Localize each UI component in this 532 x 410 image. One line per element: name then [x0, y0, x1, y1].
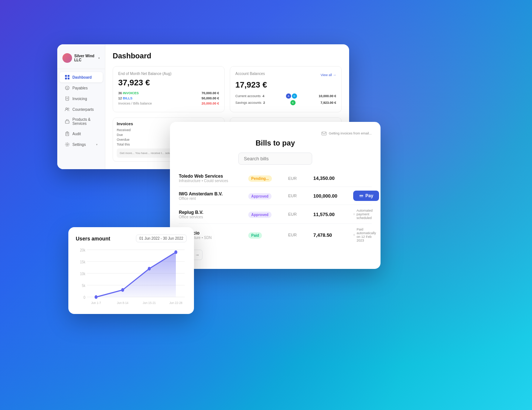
sidebar-item-dashboard[interactable]: Dashboard: [59, 72, 103, 82]
chart-header: Users amount 01 Jun 2022 - 30 Jun 2022: [76, 235, 187, 242]
auto-pay-icon: [353, 212, 355, 216]
bills-to-pay-card: Getting invoices from email... Bills to …: [170, 122, 381, 269]
overdue-label: Overdue: [117, 138, 130, 141]
getting-invoices-bar: Getting invoices from email...: [179, 131, 372, 136]
table-row: Elespacio Infrastructure • SDN Paid EUR …: [179, 224, 372, 246]
data-point-1: [95, 295, 98, 299]
table-row: IWG Amsterdam B.V. Office rent Approved …: [179, 187, 372, 205]
pay-button[interactable]: Pay: [353, 191, 379, 201]
svg-rect-6: [66, 96, 69, 100]
balance-label: Invoices / Bills balance: [118, 102, 152, 105]
bills-table: Toledo Web Services Infrastructure • Cou…: [179, 170, 372, 246]
pay-icon: [359, 194, 364, 198]
account-balances-card: Account Balances View all → 17,923 € Cur…: [230, 66, 342, 112]
sidebar: Silver Wind LLC ▾ Dashboard $ Pa: [57, 44, 105, 169]
chart-title: Users amount: [76, 236, 110, 242]
sidebar-payables-label: Payables: [72, 86, 88, 90]
auto-payment-text-3: Automated payment scheduled: [353, 209, 375, 220]
svg-text:5k: 5k: [82, 283, 85, 288]
paid-auto-text-4: Paid automatically on 12 Feb 2023: [353, 228, 379, 242]
net-balance-value: 37,923 €: [118, 78, 219, 88]
savings-accounts-amount: 7,923.00 €: [320, 101, 336, 105]
svg-text:10k: 10k: [80, 271, 86, 276]
svg-point-10: [68, 108, 69, 109]
savings-account-avatars: G: [290, 100, 296, 105]
box-icon: [65, 119, 70, 124]
balance-amount: 20,000.00 €: [201, 102, 219, 105]
svg-marker-32: [96, 252, 176, 297]
svg-text:Jun 15-21: Jun 15-21: [143, 301, 156, 305]
svg-text:$: $: [66, 87, 68, 89]
bill-currency-2: EUR: [288, 194, 310, 198]
net-balance-label: End of Month Net Balance (Aug): [118, 72, 219, 76]
net-balance-card: End of Month Net Balance (Aug) 37,923 € …: [113, 66, 225, 112]
chart-date-range: 01 Jun 2022 - 30 Jun 2022: [136, 235, 187, 242]
current-accounts-label: Current accounts 4: [235, 94, 265, 98]
email-icon: [321, 131, 327, 136]
svg-text:0: 0: [83, 295, 85, 300]
sidebar-item-counterparts[interactable]: Counterparts: [59, 104, 103, 115]
search-input[interactable]: [238, 153, 312, 165]
svg-rect-18: [322, 132, 326, 135]
search-box: [238, 153, 312, 165]
gear-icon: [65, 142, 70, 147]
sidebar-item-products[interactable]: Products & Services: [59, 115, 103, 128]
acct-balance-label: Account Balances: [235, 72, 265, 76]
bill-status-1: Pending...: [248, 175, 285, 182]
getting-invoices-text: Getting invoices from email...: [329, 131, 372, 135]
bill-status-4: Paid: [248, 232, 285, 239]
invoice-count: 36: [118, 91, 122, 95]
view-all-link[interactable]: View all →: [321, 73, 336, 77]
svg-rect-2: [65, 78, 67, 79]
current-account-avatars: A C: [286, 93, 297, 99]
svg-text:20k: 20k: [80, 248, 86, 252]
bill-action-2[interactable]: Pay: [353, 191, 379, 201]
svg-rect-1: [68, 75, 69, 77]
circle-dollar-icon: $: [65, 85, 70, 90]
bill-currency-1: EUR: [288, 176, 310, 181]
pagination: ← →: [179, 250, 372, 260]
users-icon: [65, 107, 70, 112]
sidebar-counterparts-label: Counterparts: [72, 107, 94, 112]
bill-currency-3: EUR: [288, 212, 310, 216]
bill-info-3: Replug B.V. Office services: [179, 210, 245, 219]
svg-text:15k: 15k: [80, 260, 86, 264]
chart-area: 20k 15k 10k 5k 0 Jun 1-7 Jun 8-14 Jun 15…: [76, 247, 187, 307]
sidebar-settings-label: Settings: [72, 143, 86, 147]
table-row: Replug B.V. Office services Approved EUR…: [179, 205, 372, 224]
received-label: Received: [117, 128, 131, 132]
bill-info-1: Toledo Web Services Infrastructure • Cou…: [179, 174, 245, 183]
bill-status-3: Approved: [248, 211, 285, 218]
svg-point-16: [66, 144, 68, 145]
chart-svg: 20k 15k 10k 5k 0 Jun 1-7 Jun 8-14 Jun 15…: [76, 247, 187, 307]
data-point-3: [148, 267, 151, 270]
data-point-2: [121, 288, 124, 292]
acct-balance-value: 17,923 €: [235, 80, 336, 90]
bill-amount-4: 7,478.50: [313, 232, 350, 238]
sidebar-item-settings[interactable]: Settings ▾: [59, 139, 103, 150]
bills-to-pay-title: Bills to pay: [179, 139, 372, 147]
svg-text:Jun 22-28: Jun 22-28: [169, 301, 183, 305]
savings-accounts-label: Savings accounts 2: [235, 101, 265, 105]
bill-amount: 50,000.00 €: [201, 96, 219, 100]
svg-rect-0: [65, 75, 67, 77]
total-label: Total this: [117, 143, 130, 146]
acct-dot-3: G: [290, 100, 296, 105]
svg-text:Jun 8-14: Jun 8-14: [117, 301, 128, 305]
settings-chevron-icon: ▾: [96, 143, 98, 146]
sidebar-item-audit[interactable]: Audit: [59, 129, 103, 139]
sidebar-brand[interactable]: Silver Wind LLC ▾: [57, 50, 105, 69]
users-chart-card: Users amount 01 Jun 2022 - 30 Jun 2022 2…: [68, 227, 194, 314]
svg-rect-3: [68, 78, 69, 79]
due-label: Due: [117, 133, 123, 137]
sidebar-item-invoicing[interactable]: Invoicing: [59, 93, 103, 104]
brand-avatar: [62, 53, 72, 63]
brand-name: Silver Wind LLC: [74, 54, 95, 62]
table-row: Toledo Web Services Infrastructure • Cou…: [179, 170, 372, 187]
paid-auto-icon: [353, 233, 355, 237]
bill-count: 12: [118, 96, 122, 100]
svg-rect-19: [359, 195, 363, 197]
svg-point-17: [65, 143, 69, 146]
sidebar-item-payables[interactable]: $ Payables: [59, 83, 103, 93]
page-title: Dashboard: [113, 52, 342, 60]
